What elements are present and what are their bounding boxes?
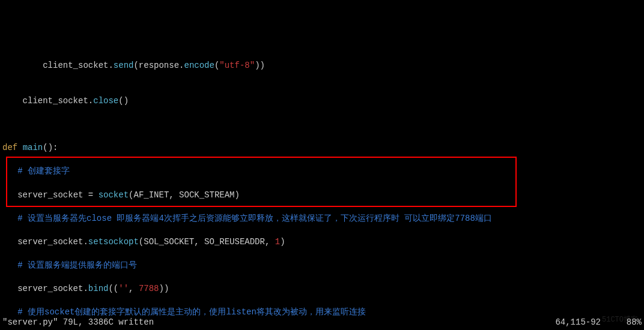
method-bind: bind xyxy=(88,284,109,293)
comment: # 设置服务端提供服务的端口号 xyxy=(17,260,137,270)
comment: # 使用socket创建的套接字默认的属性是主动的，使用listen将其改为被动… xyxy=(17,307,366,317)
const: AF_INET xyxy=(133,190,169,200)
status-file: "server.py" 79L, 3386C written xyxy=(2,317,555,329)
func-main: main xyxy=(23,143,43,152)
number: 1 xyxy=(275,237,280,247)
method-encode: encode xyxy=(184,61,214,70)
string-literal: '' xyxy=(118,284,129,293)
vim-statusbar: "server.py" 79L, 3386C written 64,115-92… xyxy=(2,317,642,329)
call-socket: socket xyxy=(99,190,129,200)
method-send: send xyxy=(114,61,134,70)
status-percent: 88% xyxy=(606,317,642,329)
status-position: 64,115-92 xyxy=(555,317,601,329)
var: server_socket xyxy=(17,190,83,200)
comment: # 设置当服务器先close 即服务器端4次挥手之后资源能够立即释放，这样就保证… xyxy=(17,214,492,223)
arg: response xyxy=(139,61,179,70)
number: 7788 xyxy=(139,284,159,293)
const: SO_REUSEADDR xyxy=(204,237,265,247)
comment: # 创建套接字 xyxy=(17,166,70,176)
const: SOL_SOCKET xyxy=(144,237,194,247)
method-setsockopt: setsockopt xyxy=(88,237,139,247)
code-editor[interactable]: client_socket.send(response.encode("utf-… xyxy=(0,47,644,330)
string-literal: "utf-8" xyxy=(219,61,255,70)
method-close: close xyxy=(93,96,118,106)
const: SOCK_STREAM xyxy=(179,190,234,200)
keyword-def: def xyxy=(2,143,17,152)
